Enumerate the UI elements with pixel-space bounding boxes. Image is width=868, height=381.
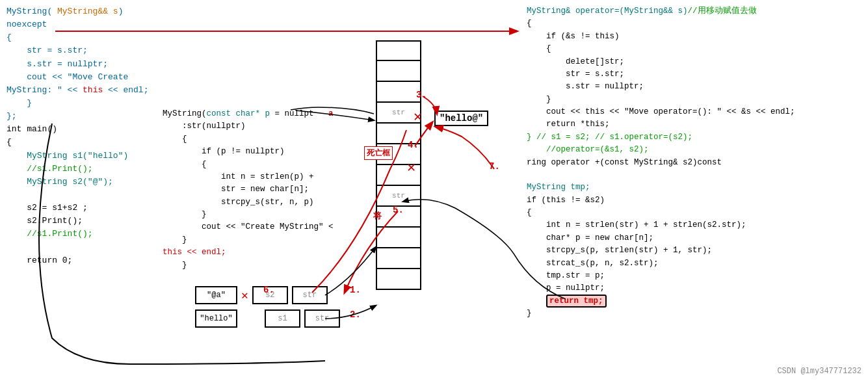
memory-stack: str str <box>376 40 425 290</box>
mid-line-3: { <box>163 133 371 146</box>
right-line-22: p = nullptr; <box>527 282 861 295</box>
annotation-1: 1. <box>350 285 361 295</box>
right-line-17: int n = strlen(str) + 1 + strlen(s2.str)… <box>527 219 861 231</box>
mid-line-8: strcpy_s(str, n, p) <box>163 196 371 209</box>
right-line-23: return tmp; <box>527 295 861 308</box>
left-line-16: return 0; <box>7 254 163 267</box>
mid-line-1: MyString(const char* p = nullpt a <box>163 108 371 120</box>
right-line-9: cout << this << "Move operator=(): " << … <box>527 106 861 118</box>
mid-line-4: if (p != nullptr) <box>163 146 371 158</box>
mid-line-12: this << endl; <box>163 246 371 259</box>
jiang-label: 将 <box>373 210 382 222</box>
left-line-7: }; <box>7 110 163 123</box>
mid-line-11: } <box>163 234 371 246</box>
left-code-panel: MyString( MyString&& s) noexcept { str =… <box>0 0 169 381</box>
right-line-6: str = s.str; <box>527 68 861 81</box>
annotation-2: 2. <box>350 309 361 320</box>
annotation-7: 7. <box>489 161 500 172</box>
left-line-1: MyString( MyString&& s) noexcept <box>7 5 163 31</box>
mem-cell-11 <box>376 248 421 269</box>
right-line-2: { <box>527 18 861 30</box>
mem-cell-8: str <box>376 186 421 207</box>
label-at-a: "@a" <box>195 286 237 304</box>
mid-line-7: str = new char[n]; <box>163 183 371 196</box>
left-line-5: cout << "Move Create MyString: " << this… <box>7 71 163 97</box>
right-line-11: } // s1 = s2; // s1.operator=(s2); <box>527 131 861 144</box>
right-line-19: strcpy_s(p, strlen(str) + 1, str); <box>527 244 861 257</box>
ptr-s1-str: str <box>304 309 340 328</box>
watermark: CSDN @lmy347771232 <box>777 367 861 376</box>
label-hello: "hello" <box>195 309 237 328</box>
left-line-11: //s1.Print(); <box>7 163 163 176</box>
ptr-s2-str: str <box>292 286 328 304</box>
mid-line-9: } <box>163 209 371 221</box>
right-line-3: if (&s != this) <box>527 31 861 43</box>
left-line-8: int main() <box>7 123 163 136</box>
mem-cell-2 <box>376 61 421 82</box>
left-line-blank <box>7 189 163 202</box>
mid-line-6: int n = strlen(p) + <box>163 171 371 183</box>
right-line-7: s.str = nullptr; <box>527 81 861 93</box>
left-line-10: MyString s1("hello") <box>7 150 163 163</box>
right-line-5: delete[]str; <box>527 56 861 68</box>
left-line-2: { <box>7 31 163 44</box>
right-line-13: ring operator +(const MyString& s2)const <box>527 157 861 169</box>
right-line-24: } <box>527 308 861 320</box>
right-line-15: if (this != &s2) <box>527 194 861 207</box>
mem-cell-3 <box>376 82 421 103</box>
var-s1: s1 <box>265 309 300 328</box>
right-line-12: //operator=(&s1, s2); <box>527 144 861 156</box>
mem-cell-12 <box>376 269 421 290</box>
left-line-13: s2 = s1+s2 ; <box>7 202 163 215</box>
main-container: MyString( MyString&& s) noexcept { str =… <box>0 0 868 381</box>
left-line-15: //s1.Print(); <box>7 228 163 241</box>
left-line-12: MyString s2("@"); <box>7 176 163 189</box>
mid-line-10: cout << "Create MyString" < <box>163 221 371 233</box>
mem-cell-1 <box>376 40 421 61</box>
left-line-blank2 <box>7 241 163 254</box>
left-line-3: str = s.str; <box>7 44 163 57</box>
annotation-6: 6. <box>263 285 274 295</box>
mid-line-13: } <box>163 259 371 272</box>
right-line-21: tmp.str = p; <box>527 270 861 282</box>
mem-cell-10 <box>376 228 421 248</box>
left-line-14: s2.Print(); <box>7 215 163 228</box>
right-line-1: MyString& operator=(MyString&& s)//用移动赋值… <box>527 5 861 18</box>
stack-row-s1: "hello" s1 str <box>195 309 340 328</box>
x-mark-3: ✕ <box>414 111 422 125</box>
right-line-14: MyString tmp; <box>527 181 861 194</box>
right-line-16: { <box>527 207 861 219</box>
siwang-label: 死亡框 <box>364 146 393 160</box>
left-line-6: } <box>7 97 163 110</box>
mid-line-5: { <box>163 159 371 171</box>
middle-code-panel: MyString(const char* p = nullpt a :str(n… <box>156 104 377 276</box>
stack-row-s2: "@a" ✕ s2 str <box>195 286 328 304</box>
left-line-4: s.str = nullptr; <box>7 58 163 71</box>
right-line-20: strcat_s(p, n, s2.str); <box>527 257 861 270</box>
x-mark-4: ✕ <box>407 161 415 176</box>
balloon-hello-at: "hello@" <box>434 111 488 126</box>
left-line-9: { <box>7 136 163 149</box>
right-line-8: } <box>527 94 861 106</box>
mid-line-2: :str(nullptr) <box>163 120 371 133</box>
x-mark-6: ✕ <box>241 288 248 302</box>
annotation-3: 3. <box>416 90 427 100</box>
right-code-panel: MyString& operator=(MyString&& s)//用移动赋值… <box>520 0 868 381</box>
right-line-blank <box>527 169 861 181</box>
right-line-4: { <box>527 43 861 55</box>
right-line-10: return *this; <box>527 118 861 131</box>
annotation-5: 5. <box>393 205 404 215</box>
right-line-18: char* p = new char[n]; <box>527 232 861 244</box>
annotation-4: 4. <box>408 140 419 150</box>
